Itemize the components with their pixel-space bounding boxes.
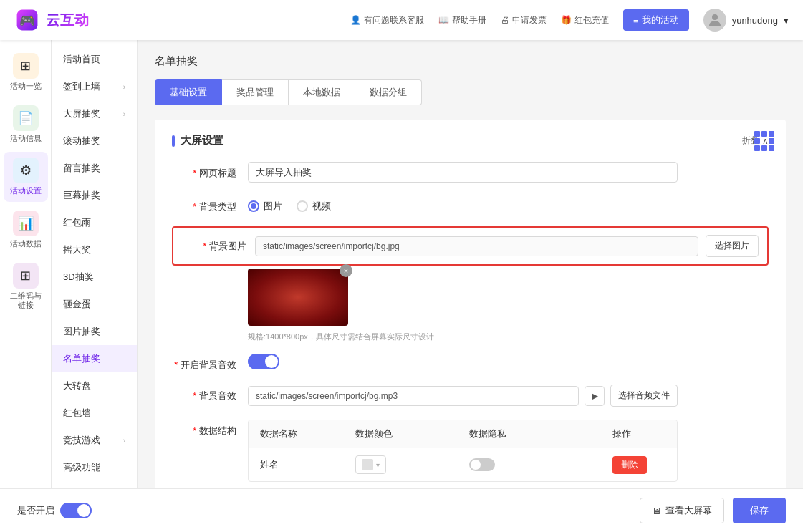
sidebar-item-name-lottery[interactable]: 名单抽奖 — [52, 345, 137, 372]
sidebar-item-red-wall[interactable]: 红包墙 — [52, 400, 137, 427]
privacy-toggle[interactable] — [469, 458, 495, 471]
chevron-right-icon: › — [123, 83, 125, 91]
qr-icon: ⊞ — [13, 263, 39, 289]
tab-prize-management[interactable]: 奖品管理 — [222, 79, 289, 105]
preview-button[interactable]: 🖥 查看大屏幕 — [640, 498, 724, 523]
color-picker[interactable]: ▾ — [355, 455, 386, 474]
sidebar-icon-activity-list[interactable]: ⊞ 活动一览 — [4, 47, 48, 97]
bg-type-label: 背景类型 — [172, 195, 236, 213]
save-button[interactable]: 保存 — [733, 498, 786, 523]
sidebar-item-shake-prize[interactable]: 摇大奖 — [52, 236, 137, 263]
chevron-right-icon: › — [123, 437, 125, 445]
col-data-action: 操作 — [601, 420, 677, 448]
chevron-right-icon: › — [123, 110, 125, 118]
chevron-down-icon: ▾ — [784, 15, 789, 26]
sidebar-item-photo-lottery[interactable]: 图片抽奖 — [52, 318, 137, 345]
col-data-privacy: 数据隐私 — [458, 420, 600, 448]
gift-icon: 🎁 — [561, 15, 572, 25]
file-icon: 📄 — [13, 105, 39, 131]
chart-icon: 📊 — [13, 211, 39, 236]
sidebar-icons: ⊞ 活动一览 📄 活动信息 ⚙ 活动设置 📊 活动数据 ⊞ 二维码与链接 — [0, 40, 52, 488]
svg-text:🎮: 🎮 — [19, 13, 36, 29]
cell-name: 姓名 — [249, 448, 344, 481]
select-audio-button[interactable]: 选择音频文件 — [610, 385, 678, 407]
bg-type-row: 背景类型 图片 视频 — [172, 195, 769, 213]
enabled-toggle[interactable] — [60, 503, 92, 518]
help-manual-link[interactable]: 📖 帮助手册 — [438, 14, 486, 26]
web-title-label: 网页标题 — [172, 162, 236, 180]
section-title: 大屏设置 — [172, 134, 223, 147]
tabs-bar: 基础设置 奖品管理 本地数据 数据分组 — [155, 79, 786, 105]
header-nav: 👤 有问题联系客服 📖 帮助手册 🖨 申请发票 🎁 红包充值 ≡ 我的活动 yu… — [143, 9, 789, 32]
bg-type-radio-group: 图片 视频 — [248, 195, 678, 213]
data-structure-row: 数据结构 数据名称 数据颜色 数据隐私 操作 姓名 — [172, 420, 769, 482]
qr-grid-icon — [754, 131, 774, 151]
color-swatch — [362, 459, 373, 470]
cell-privacy — [458, 448, 600, 481]
grid-icon: ⊞ — [13, 53, 39, 79]
data-structure-label: 数据结构 — [172, 420, 236, 437]
printer-icon: 🖨 — [501, 15, 509, 25]
bg-image-preview-wrap: × — [248, 269, 348, 326]
sidebar-item-spin-wheel[interactable]: 大转盘 — [52, 372, 137, 400]
tab-data-group[interactable]: 数据分组 — [355, 79, 422, 105]
sidebar-item-advanced-features[interactable]: 高级功能 — [52, 454, 137, 481]
bg-sound-input[interactable] — [248, 386, 579, 406]
radio-circle-video — [297, 200, 308, 212]
tab-basic-settings[interactable]: 基础设置 — [155, 79, 222, 105]
my-activity-button[interactable]: ≡ 我的活动 — [623, 9, 689, 31]
bottom-bar: 是否开启 🖥 查看大屏幕 保存 — [0, 488, 803, 532]
cell-color: ▾ — [344, 448, 458, 481]
sidebar-icon-activity-info[interactable]: 📄 活动信息 — [4, 100, 48, 149]
data-table-header: 数据名称 数据颜色 数据隐私 操作 — [249, 420, 677, 448]
header: 🎮 云互动 👤 有问题联系客服 📖 帮助手册 🖨 申请发票 🎁 红包充值 ≡ 我… — [0, 0, 803, 40]
bottom-toggle-wrap: 是否开启 — [17, 503, 92, 518]
username: yunhudong — [732, 15, 778, 26]
customer-service-link[interactable]: 👤 有问题联系客服 — [350, 14, 424, 26]
logo-text: 云互动 — [46, 11, 89, 30]
col-data-name: 数据名称 — [249, 420, 344, 448]
sidebar-icon-qr-link[interactable]: ⊞ 二维码与链接 — [4, 257, 48, 316]
sidebar-item-big-screen[interactable]: 大屏抽奖 › — [52, 100, 137, 127]
monitor-icon: 🖥 — [652, 506, 661, 516]
delete-row-button[interactable]: 删除 — [612, 456, 647, 474]
audio-input-wrap: ▶ 选择音频文件 — [248, 385, 678, 407]
sidebar-icon-activity-data[interactable]: 📊 活动数据 — [4, 205, 48, 254]
recharge-link[interactable]: 🎁 红包充值 — [561, 14, 609, 26]
bg-image-close-button[interactable]: × — [340, 264, 352, 277]
data-structure-control: 数据名称 数据颜色 数据隐私 操作 姓名 — [248, 420, 678, 482]
sidebar-item-message-lottery[interactable]: 留言抽奖 — [52, 155, 137, 182]
sidebar-item-sign-in[interactable]: 签到上墙 › — [52, 73, 137, 100]
sidebar-icon-activity-settings[interactable]: ⚙ 活动设置 — [4, 152, 48, 201]
sidebar-item-activity-home[interactable]: 活动首页 — [52, 46, 137, 73]
select-image-button[interactable]: 选择图片 — [706, 235, 759, 257]
sidebar-item-scroll-lottery[interactable]: 滚动抽奖 — [52, 127, 137, 155]
sidebar-item-giant-lottery[interactable]: 巨幕抽奖 — [52, 182, 137, 209]
radio-image[interactable]: 图片 — [248, 200, 282, 213]
logo-icon: 🎮 — [14, 7, 40, 33]
main-content: 名单抽奖 基础设置 奖品管理 本地数据 数据分组 大屏设置 折叠 ∧ — [138, 40, 803, 488]
radio-video[interactable]: 视频 — [297, 200, 331, 213]
bg-sound-enabled-label: 开启背景音效 — [172, 354, 236, 372]
sidebar-item-3d-lottery[interactable]: 3D抽奖 — [52, 263, 137, 291]
bg-sound-enabled-control — [248, 354, 678, 369]
bg-image-input[interactable] — [255, 236, 698, 256]
data-table: 数据名称 数据颜色 数据隐私 操作 姓名 — [248, 420, 678, 482]
cell-action: 删除 — [601, 448, 677, 481]
col-data-color: 数据颜色 — [344, 420, 458, 448]
bg-sound-enabled-row: 开启背景音效 — [172, 354, 769, 372]
web-title-control — [248, 162, 678, 183]
sidebar-item-red-packet-rain[interactable]: 红包雨 — [52, 209, 137, 236]
web-title-input[interactable] — [248, 162, 678, 183]
invoice-link[interactable]: 🖨 申请发票 — [501, 14, 547, 26]
bg-sound-toggle[interactable] — [248, 354, 279, 369]
bg-sound-row: 背景音效 ▶ 选择音频文件 — [172, 385, 769, 407]
section-card: 大屏设置 折叠 ∧ 网页标题 背景类型 — [155, 120, 786, 488]
audio-play-button[interactable]: ▶ — [585, 386, 605, 406]
tab-local-data[interactable]: 本地数据 — [289, 79, 355, 105]
sidebar-item-gold-egg[interactable]: 砸金蛋 — [52, 291, 137, 318]
bg-image-preview-inner — [248, 269, 348, 326]
user-menu[interactable]: yunhudong ▾ — [703, 9, 789, 32]
web-title-row: 网页标题 — [172, 162, 769, 183]
sidebar-item-competitive-games[interactable]: 竞技游戏 › — [52, 427, 137, 454]
